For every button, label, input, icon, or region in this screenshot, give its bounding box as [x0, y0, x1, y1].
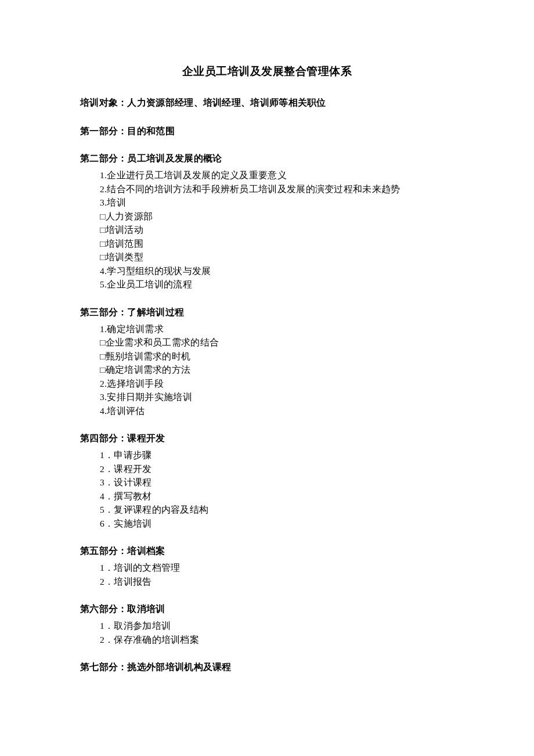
- section-heading: 第三部分：了解培训过程: [80, 307, 454, 319]
- item-text: 培训范围: [106, 239, 143, 249]
- item-list: 1.企业进行员工培训及发展的定义及重要意义2.结合不同的培训方法和手段辨析员工培…: [80, 168, 454, 291]
- list-item: 2.选择培训手段: [100, 377, 454, 391]
- item-text: 4．撰写教材: [100, 491, 152, 501]
- document-section: 第五部分：培训档案1．培训的文档管理2．培训报告: [80, 545, 454, 588]
- item-list: 1.确定培训需求□企业需求和员工需求的结合□甄别培训需求的时机□确定培训需求的方…: [80, 322, 454, 418]
- checkbox-item: □甄别培训需求的时机: [100, 350, 454, 363]
- item-text: 1.企业进行员工培训及发展的定义及重要意义: [100, 170, 287, 180]
- item-list: 1．取消参加培训2．保存准确的培训档案: [80, 619, 454, 646]
- list-item: 3.培训: [100, 196, 454, 210]
- checkbox-icon: □: [100, 211, 106, 221]
- list-item: 2.结合不同的培训方法和手段辨析员工培训及发展的演变过程和未来趋势: [100, 182, 454, 196]
- item-text: 4.培训评估: [100, 406, 145, 416]
- list-item: 1．取消参加培训: [100, 619, 454, 633]
- item-text: 1．申请步骤: [100, 450, 152, 460]
- item-text: 1．培训的文档管理: [100, 563, 180, 573]
- section-heading: 第一部分：目的和范围: [80, 125, 454, 138]
- document-section: 第一部分：目的和范围: [80, 125, 454, 138]
- item-text: 1．取消参加培训: [100, 621, 171, 631]
- checkbox-icon: □: [100, 252, 106, 262]
- section-heading: 第四部分：课程开发: [80, 433, 454, 445]
- checkbox-item: □培训范围: [100, 237, 454, 251]
- item-text: 2．保存准确的培训档案: [100, 635, 199, 645]
- checkbox-icon: □: [100, 239, 106, 249]
- section-heading: 第二部分：员工培训及发展的概论: [80, 153, 454, 165]
- list-item: 2．保存准确的培训档案: [100, 633, 454, 647]
- item-text: 确定培训需求的方法: [106, 365, 191, 375]
- item-text: 2．培训报告: [100, 577, 152, 586]
- sections-container: 第一部分：目的和范围第二部分：员工培训及发展的概论1.企业进行员工培训及发展的定…: [80, 125, 454, 674]
- item-text: 5．复评课程的内容及结构: [100, 505, 208, 514]
- section-heading: 第五部分：培训档案: [80, 545, 454, 557]
- document-title: 企业员工培训及发展整合管理体系: [80, 64, 454, 78]
- item-text: 企业需求和员工需求的结合: [106, 337, 219, 347]
- list-item: 1．申请步骤: [100, 448, 454, 462]
- checkbox-icon: □: [100, 225, 106, 235]
- list-item: 4．撰写教材: [100, 489, 454, 503]
- document-section: 第六部分：取消培训1．取消参加培训2．保存准确的培训档案: [80, 603, 454, 646]
- checkbox-item: □人力资源部: [100, 210, 454, 224]
- item-text: 3.安排日期并实施培训: [100, 392, 192, 402]
- item-text: 4.学习型组织的现状与发展: [100, 266, 211, 276]
- item-text: 5.企业员工培训的流程: [100, 279, 192, 289]
- list-item: 5.企业员工培训的流程: [100, 278, 454, 291]
- list-item: 2．培训报告: [100, 575, 454, 589]
- checkbox-icon: □: [100, 365, 106, 375]
- item-text: 培训活动: [106, 225, 143, 235]
- checkbox-item: □培训类型: [100, 250, 454, 264]
- list-item: 1.企业进行员工培训及发展的定义及重要意义: [100, 168, 454, 182]
- item-text: 培训类型: [106, 252, 143, 262]
- item-text: 6．实施培训: [100, 519, 152, 528]
- item-list: 1．培训的文档管理2．培训报告: [80, 561, 454, 588]
- item-text: 2．课程开发: [100, 464, 152, 474]
- list-item: 1.确定培训需求: [100, 322, 454, 336]
- item-text: 3．设计课程: [100, 477, 152, 487]
- document-section: 第四部分：课程开发1．申请步骤2．课程开发3．设计课程4．撰写教材5．复评课程的…: [80, 433, 454, 530]
- training-audience: 培训对象：人力资源部经理、培训经理、培训师等相关职位: [80, 97, 454, 109]
- item-text: 2.选择培训手段: [100, 379, 164, 388]
- checkbox-item: □企业需求和员工需求的结合: [100, 336, 454, 350]
- item-text: 2.结合不同的培训方法和手段辨析员工培训及发展的演变过程和未来趋势: [100, 184, 400, 194]
- checkbox-item: □培训活动: [100, 223, 454, 237]
- document-section: 第三部分：了解培训过程1.确定培训需求□企业需求和员工需求的结合□甄别培训需求的…: [80, 307, 454, 418]
- checkbox-item: □确定培训需求的方法: [100, 363, 454, 377]
- list-item: 6．实施培训: [100, 517, 454, 531]
- list-item: 5．复评课程的内容及结构: [100, 503, 454, 517]
- document-section: 第二部分：员工培训及发展的概论1.企业进行员工培训及发展的定义及重要意义2.结合…: [80, 153, 454, 291]
- list-item: 2．课程开发: [100, 462, 454, 476]
- checkbox-icon: □: [100, 337, 106, 347]
- item-list: 1．申请步骤2．课程开发3．设计课程4．撰写教材5．复评课程的内容及结构6．实施…: [80, 448, 454, 530]
- section-heading: 第七部分：挑选外部培训机构及课程: [80, 661, 454, 674]
- item-text: 人力资源部: [106, 211, 153, 221]
- list-item: 4.培训评估: [100, 404, 454, 418]
- list-item: 3.安排日期并实施培训: [100, 390, 454, 404]
- list-item: 1．培训的文档管理: [100, 561, 454, 575]
- section-heading: 第六部分：取消培训: [80, 603, 454, 615]
- document-section: 第七部分：挑选外部培训机构及课程: [80, 661, 454, 674]
- item-text: 1.确定培训需求: [100, 324, 164, 334]
- checkbox-icon: □: [100, 351, 106, 361]
- list-item: 4.学习型组织的现状与发展: [100, 264, 454, 278]
- list-item: 3．设计课程: [100, 476, 454, 489]
- item-text: 3.培训: [100, 197, 126, 207]
- item-text: 甄别培训需求的时机: [106, 351, 191, 361]
